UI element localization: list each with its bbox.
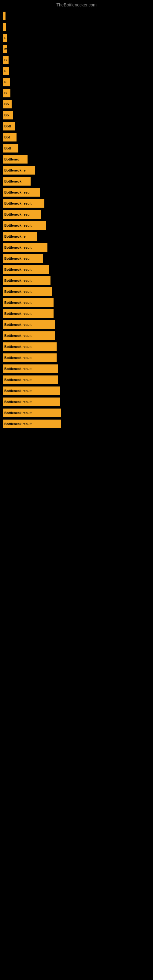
result-bar: Bottleneck result	[3, 221, 46, 230]
bar-row: Bottleneck result	[3, 320, 153, 329]
result-bar: Bottleneck resu	[3, 254, 43, 263]
result-bar: Bo	[3, 100, 12, 108]
bar-row: Bottleneck result	[3, 409, 153, 417]
bar-row: B	[3, 89, 153, 97]
result-bar: Bottleneck result	[3, 276, 51, 285]
result-bar: Bo	[3, 111, 13, 119]
bar-row: Bottleneck result	[3, 298, 153, 307]
result-bar: Bottleneck result	[3, 387, 60, 395]
result-bar: Bot	[3, 133, 16, 142]
bars-container: FmBEEBBoBoBottBotBottBottlenecBottleneck…	[0, 9, 153, 431]
result-bar: Bottleneck result	[3, 364, 58, 373]
result-bar: Bottleneck result	[3, 331, 55, 340]
bar-row: Bottleneck result	[3, 221, 153, 230]
result-bar: Bottleneck result	[3, 199, 45, 208]
result-bar: Bottleneck result	[3, 243, 48, 252]
bar-row: Bottleneck result	[3, 364, 153, 373]
bar-row	[3, 23, 153, 31]
bar-row: Bottleneck result	[3, 243, 153, 252]
result-bar: Bottleneck result	[3, 353, 57, 362]
bar-row: Bottleneck result	[3, 276, 153, 285]
result-bar: m	[3, 45, 7, 53]
result-bar: B	[3, 89, 10, 97]
bar-row: Bottleneck resu	[3, 254, 153, 263]
result-bar: E	[3, 67, 9, 75]
bar-row: Bottleneck	[3, 177, 153, 186]
result-bar: Bottleneck resu	[3, 210, 41, 219]
bar-row: Bottleneck result	[3, 265, 153, 274]
bar-row: Bott	[3, 144, 153, 153]
bar-row: Bottleneck result	[3, 398, 153, 406]
bar-row: E	[3, 67, 153, 75]
result-bar: Bottleneck result	[3, 375, 58, 384]
result-bar: Bottleneck result	[3, 298, 54, 307]
result-bar: Bottleneck re	[3, 232, 37, 241]
result-bar: Bottleneck result	[3, 320, 55, 329]
result-bar: Bottleneck resu	[3, 188, 40, 197]
bar-row: Bottleneck result	[3, 387, 153, 395]
bar-row: Bot	[3, 133, 153, 142]
bar-row: Bottleneck re	[3, 232, 153, 241]
bar-row: Bo	[3, 100, 153, 108]
result-bar: Bottlenec	[3, 155, 27, 164]
result-bar: Bottleneck result	[3, 409, 61, 417]
bar-row: Bottleneck result	[3, 375, 153, 384]
result-bar: F	[3, 34, 7, 42]
bar-row: Bottlenec	[3, 155, 153, 164]
bar-row: F	[3, 34, 153, 42]
bar-row: Bottleneck resu	[3, 188, 153, 197]
bar-row: Bo	[3, 111, 153, 119]
result-bar: Bott	[3, 144, 18, 153]
result-bar	[3, 12, 5, 20]
result-bar: Bottleneck	[3, 177, 30, 186]
bar-row: Bottleneck result	[3, 287, 153, 296]
bar-row: Bottleneck result	[3, 353, 153, 362]
bar-row: E	[3, 78, 153, 86]
bar-row: Bottleneck result	[3, 331, 153, 340]
result-bar: Bott	[3, 122, 15, 130]
bar-row: Bottleneck re	[3, 166, 153, 175]
result-bar: Bottleneck result	[3, 309, 54, 318]
result-bar: Bottleneck result	[3, 398, 60, 406]
result-bar: Bottleneck re	[3, 166, 35, 175]
result-bar: Bottleneck result	[3, 265, 49, 274]
bar-row: m	[3, 45, 153, 53]
result-bar: B	[3, 56, 9, 64]
result-bar: Bottleneck result	[3, 420, 61, 428]
bar-row: Bottleneck resu	[3, 210, 153, 219]
site-title: TheBottlenecker.com	[0, 0, 153, 9]
result-bar	[3, 23, 6, 31]
bar-row: Bottleneck result	[3, 199, 153, 208]
bar-row: Bottleneck result	[3, 309, 153, 318]
bar-row: B	[3, 56, 153, 64]
bar-row: Bottleneck result	[3, 342, 153, 351]
result-bar: Bottleneck result	[3, 287, 52, 296]
result-bar: E	[3, 78, 10, 86]
result-bar: Bottleneck result	[3, 342, 57, 351]
bar-row	[3, 12, 153, 20]
bar-row: Bottleneck result	[3, 420, 153, 428]
bar-row: Bott	[3, 122, 153, 130]
